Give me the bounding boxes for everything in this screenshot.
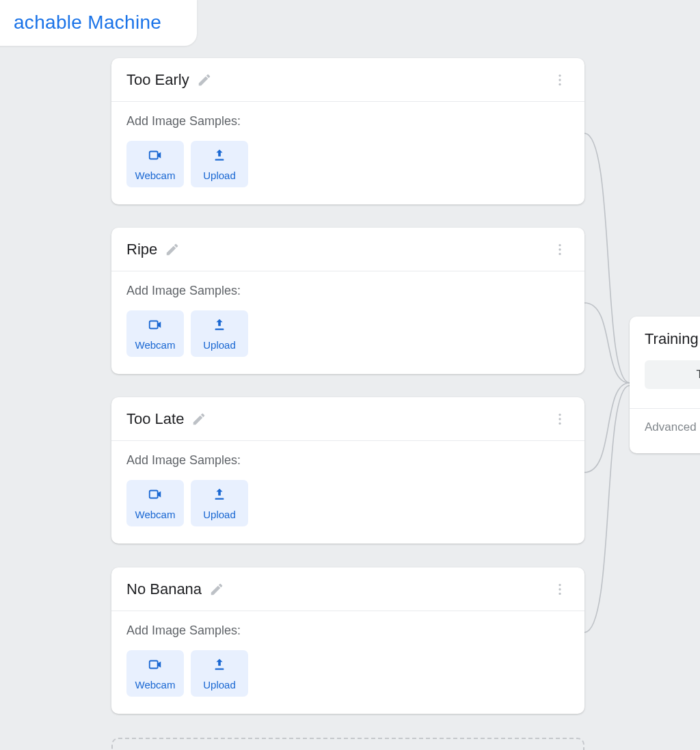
app-title: achable Machine — [14, 12, 161, 34]
training-panel: Training Tra Advanced — [630, 317, 700, 453]
edit-name-icon[interactable] — [164, 241, 180, 258]
advanced-label: Advanced — [645, 420, 697, 433]
class-name: Too Early — [126, 71, 189, 89]
class-name: No Banana — [126, 580, 202, 598]
webcam-button-label: Webcam — [135, 170, 176, 181]
webcam-button[interactable]: Webcam — [126, 141, 184, 187]
edit-name-icon[interactable] — [196, 72, 213, 88]
kebab-menu-icon[interactable] — [550, 580, 569, 599]
training-title: Training — [645, 330, 700, 348]
upload-button[interactable]: Upload — [191, 310, 248, 357]
divider — [630, 408, 700, 409]
upload-button-label: Upload — [203, 509, 236, 520]
app-title-banner[interactable]: achable Machine — [0, 0, 197, 46]
class-card-body: Add Image Samples: Webcam Upload — [111, 271, 584, 372]
add-samples-prompt: Add Image Samples: — [126, 624, 569, 638]
class-name: Too Late — [126, 410, 184, 428]
add-class-card[interactable] — [111, 738, 584, 750]
webcam-button-label: Webcam — [135, 679, 176, 691]
class-card-header: Ripe — [111, 228, 584, 271]
class-card-header: No Banana — [111, 567, 584, 611]
upload-icon — [212, 487, 227, 504]
webcam-button[interactable]: Webcam — [126, 480, 184, 526]
kebab-menu-icon[interactable] — [550, 240, 569, 259]
upload-button[interactable]: Upload — [191, 650, 248, 697]
webcam-button-label: Webcam — [135, 339, 176, 351]
webcam-icon — [146, 148, 164, 165]
class-card-body: Add Image Samples: Webcam Upload — [111, 611, 584, 712]
add-samples-prompt: Add Image Samples: — [126, 114, 569, 129]
kebab-menu-icon[interactable] — [550, 70, 569, 90]
upload-icon — [212, 657, 227, 674]
webcam-button[interactable]: Webcam — [126, 310, 184, 357]
webcam-button-label: Webcam — [135, 509, 176, 520]
upload-button-label: Upload — [203, 679, 236, 691]
class-card: Ripe Add Image Samples: Webcam Upload — [111, 228, 584, 374]
upload-button-label: Upload — [203, 170, 236, 181]
class-card-header: Too Late — [111, 397, 584, 441]
class-card: No Banana Add Image Samples: Webcam Uplo… — [111, 567, 584, 714]
class-card-body: Add Image Samples: Webcam Upload — [111, 441, 584, 541]
upload-icon — [212, 317, 227, 334]
upload-button-label: Upload — [203, 339, 236, 351]
upload-button[interactable]: Upload — [191, 141, 248, 187]
webcam-icon — [146, 487, 164, 504]
kebab-menu-icon[interactable] — [550, 410, 569, 429]
webcam-button[interactable]: Webcam — [126, 650, 184, 697]
add-samples-prompt: Add Image Samples: — [126, 453, 569, 468]
class-card-header: Too Early — [111, 58, 584, 102]
webcam-icon — [146, 317, 164, 334]
advanced-toggle[interactable]: Advanced — [645, 420, 697, 434]
class-card-body: Add Image Samples: Webcam Upload — [111, 102, 584, 202]
train-model-button[interactable]: Tra — [645, 360, 700, 389]
train-model-button-label: Tra — [697, 368, 700, 381]
webcam-icon — [146, 657, 164, 674]
add-samples-prompt: Add Image Samples: — [126, 284, 569, 298]
upload-button[interactable]: Upload — [191, 480, 248, 526]
class-card: Too Late Add Image Samples: Webcam Uploa… — [111, 397, 584, 544]
class-name: Ripe — [126, 241, 157, 258]
class-card: Too Early Add Image Samples: Webcam Uplo… — [111, 58, 584, 204]
edit-name-icon[interactable] — [208, 581, 225, 598]
edit-name-icon[interactable] — [191, 411, 207, 427]
upload-icon — [212, 148, 227, 165]
